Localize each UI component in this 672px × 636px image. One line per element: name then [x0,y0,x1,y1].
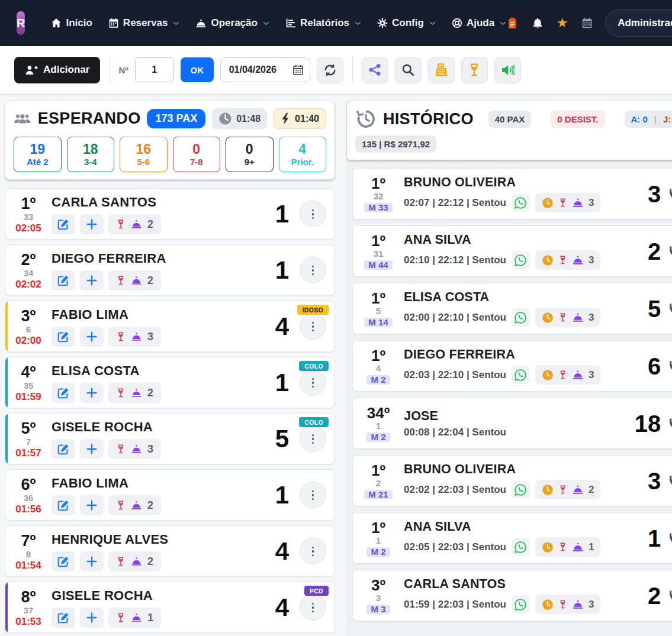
bell-icon[interactable] [531,17,544,30]
stat-box[interactable]: 0 7-8 [173,137,221,172]
ticket-number: 6 [5,325,52,335]
add-guest-button[interactable]: Adicionar [14,57,100,83]
queue-number-input[interactable] [135,57,174,82]
edit-button[interactable] [52,439,75,459]
share-button[interactable] [362,57,388,83]
services-pill[interactable]: 3 [535,365,600,385]
whatsapp-button[interactable] [512,595,530,614]
add-note-button[interactable] [80,608,104,628]
edit-button[interactable] [52,327,75,347]
edit-icon [57,387,69,399]
services-pill[interactable]: 2 [108,495,161,515]
stat-box[interactable]: 16 5-6 [120,137,168,172]
card-menu-button[interactable] [300,425,326,452]
services-pill[interactable]: 3 [108,327,161,347]
app-logo[interactable]: R [17,11,25,35]
undo-button[interactable] [667,587,672,604]
stat-box[interactable]: 0 9+ [226,137,274,172]
cash-register-button[interactable] [428,57,455,83]
services-pill[interactable]: 2 [108,551,161,572]
undo-button[interactable] [667,243,672,260]
nav-item-reservas[interactable]: Reservas [108,17,180,29]
waiting-clock-chip: 01:48 [212,108,267,129]
edit-button[interactable] [52,214,75,234]
wine-glass-icon [468,63,481,76]
undo-button[interactable] [667,186,672,202]
services-count: 2 [147,218,153,231]
life-ring-icon [452,18,462,28]
stat-box[interactable]: 18 3-4 [67,137,115,172]
card-menu-button[interactable] [300,369,326,396]
undo-button[interactable] [667,473,672,489]
refresh-button[interactable] [317,57,343,83]
whatsapp-button[interactable] [512,538,530,556]
add-note-button[interactable] [80,551,104,572]
whatsapp-button[interactable] [512,480,530,499]
nav-item-config[interactable]: Config [377,17,436,29]
wine-glass-button[interactable] [461,57,488,83]
card-menu-button[interactable] [300,257,326,283]
clipboard-icon[interactable] [506,17,519,30]
add-note-button[interactable] [80,270,104,290]
edit-button[interactable] [52,383,75,403]
stat-box[interactable]: 19 Até 2 [14,137,62,172]
calendar-icon[interactable] [581,17,593,30]
card-menu-button[interactable] [300,538,326,564]
services-pill[interactable]: 3 [535,595,600,614]
guest-name: ANA SILVA [404,519,648,534]
whatsapp-button[interactable] [512,251,530,269]
services-pill[interactable]: 2 [108,383,161,403]
wine-glass-icon [116,556,126,567]
nav-item-ajuda[interactable]: Ajuda [452,17,506,29]
user-menu-button[interactable]: Administrador [605,9,672,37]
nav-item-inicio[interactable]: Início [51,17,92,29]
edit-button[interactable] [52,551,75,572]
add-note-button[interactable] [80,383,104,403]
add-note-button[interactable] [80,214,104,234]
undo-button[interactable] [667,301,672,317]
undo-button[interactable] [667,358,672,375]
ticket-number: 7 [5,437,52,447]
edit-button[interactable] [52,608,75,628]
services-pill[interactable]: 2 [108,214,161,234]
undo-button[interactable] [667,530,672,547]
whatsapp-button[interactable] [512,193,530,212]
edit-button[interactable] [52,495,75,515]
nav-item-relatorios[interactable]: Relatórios [285,17,361,29]
whatsapp-button[interactable] [512,366,530,384]
card-menu-button[interactable] [300,594,326,621]
stat-box[interactable]: 4 Prior. [279,137,327,172]
history-card: 1º 32 M 33 BRUNO OLIVEIRA 02:07 | 22:12 … [352,168,672,219]
card-menu-button[interactable] [300,201,326,227]
edit-icon [57,218,69,230]
services-pill[interactable]: 3 [535,193,600,212]
whatsapp-button[interactable] [512,308,530,327]
party-size: 1 [275,483,289,508]
search-button[interactable] [395,57,422,83]
edit-icon [57,443,69,455]
services-pill[interactable]: 3 [535,308,600,327]
services-pill[interactable]: 3 [535,250,600,270]
add-note-button[interactable] [80,495,104,515]
date-picker[interactable]: 01/04/2026 [220,57,310,82]
add-note-button[interactable] [80,439,104,459]
party-size: 6 [648,354,661,378]
services-pill[interactable]: 2 [108,270,161,290]
edit-button[interactable] [52,270,75,290]
ok-button[interactable]: OK [181,57,214,82]
star-icon[interactable]: ★ [556,17,568,30]
services-pill[interactable]: 1 [535,537,600,557]
undo-button[interactable] [667,415,672,432]
card-menu-button[interactable] [300,313,326,340]
ticket-number: 8 [5,550,52,560]
services-pill[interactable]: 3 [108,439,161,459]
card-menu-button[interactable] [300,482,326,508]
table-badge: M 3 [366,605,390,615]
nav-item-operacao[interactable]: Operação [195,17,269,29]
chevron-down-icon [429,21,436,25]
services-pill[interactable]: 1 [108,608,161,628]
cloche-icon [131,613,142,623]
services-pill[interactable]: 2 [535,480,600,499]
add-note-button[interactable] [80,327,104,347]
speaker-button[interactable] [494,57,521,83]
